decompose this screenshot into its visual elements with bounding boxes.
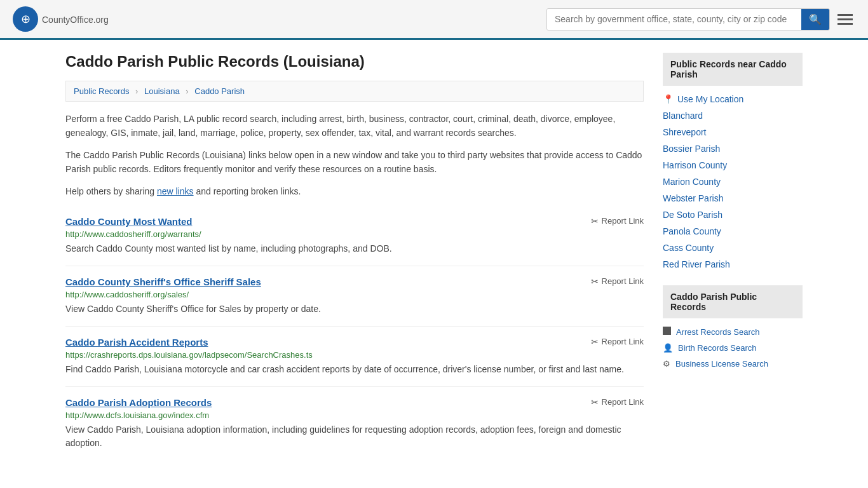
report-icon-3: ✂ bbox=[591, 397, 599, 407]
record-item-0: Caddo County Most Wanted ✂ Report Link h… bbox=[65, 206, 644, 266]
report-icon-2: ✂ bbox=[591, 337, 599, 347]
sidebar-business-license[interactable]: ⚙ Business License Search bbox=[663, 356, 803, 372]
menu-line-1 bbox=[837, 14, 853, 16]
report-label-0: Report Link bbox=[602, 216, 644, 226]
record-header-2: Caddo Parish Accident Reports ✂ Report L… bbox=[65, 337, 644, 348]
sidebar-item-harrison-county[interactable]: Harrison County bbox=[663, 157, 803, 173]
use-my-location[interactable]: 📍 Use My Location bbox=[663, 91, 803, 107]
record-item-1: Caddo County Sheriff's Office Sheriff Sa… bbox=[65, 266, 644, 327]
location-pin-icon: 📍 bbox=[663, 94, 674, 104]
breadcrumb-public-records[interactable]: Public Records bbox=[74, 86, 129, 96]
breadcrumb: Public Records › Louisiana › Caddo Paris… bbox=[65, 81, 644, 102]
header: ⊕ CountyOffice.org 🔍 bbox=[0, 0, 868, 40]
business-license-icon: ⚙ bbox=[663, 359, 670, 369]
sidebar: Public Records near Caddo Parish 📍 Use M… bbox=[663, 53, 803, 460]
logo-text: CountyOffice.org bbox=[42, 13, 109, 26]
sidebar-public-records-header: Caddo Parish Public Records bbox=[663, 285, 803, 318]
breadcrumb-louisiana[interactable]: Louisiana bbox=[144, 86, 180, 96]
record-title-0[interactable]: Caddo County Most Wanted bbox=[65, 216, 192, 227]
logo-suffix: .org bbox=[93, 15, 109, 25]
description-3: Help others by sharing new links and rep… bbox=[65, 184, 644, 198]
record-url-2[interactable]: https://crashreports.dps.louisiana.gov/l… bbox=[65, 350, 644, 360]
sidebar-item-red-river-parish[interactable]: Red River Parish bbox=[663, 256, 803, 273]
report-icon-1: ✂ bbox=[591, 276, 599, 287]
record-desc-3: View Caddo Parish, Louisiana adoption in… bbox=[65, 423, 644, 450]
record-desc-1: View Caddo County Sheriff's Office for S… bbox=[65, 302, 644, 316]
sidebar-arrest-records[interactable]: Arrest Records Search bbox=[663, 323, 803, 340]
desc3-prefix: Help others by sharing bbox=[65, 186, 157, 196]
record-title-3[interactable]: Caddo Parish Adoption Records bbox=[65, 397, 212, 408]
new-links-link[interactable]: new links bbox=[157, 186, 194, 196]
business-license-label: Business License Search bbox=[675, 359, 768, 369]
record-header-0: Caddo County Most Wanted ✂ Report Link bbox=[65, 216, 644, 227]
report-link-1[interactable]: ✂ Report Link bbox=[591, 276, 644, 287]
sidebar-nearby-section: Public Records near Caddo Parish 📍 Use M… bbox=[663, 53, 803, 273]
record-url-3[interactable]: http://www.dcfs.louisiana.gov/index.cfm bbox=[65, 410, 644, 420]
record-desc-2: Find Caddo Parish, Louisiana motorcycle … bbox=[65, 363, 644, 376]
sidebar-item-de-soto-parish[interactable]: De Soto Parish bbox=[663, 207, 803, 223]
search-button[interactable]: 🔍 bbox=[801, 9, 829, 30]
sidebar-birth-records[interactable]: 👤 Birth Records Search bbox=[663, 340, 803, 356]
arrest-icon-square bbox=[663, 327, 671, 335]
content-area: Caddo Parish Public Records (Louisiana) … bbox=[65, 53, 644, 460]
description-1: Perform a free Caddo Parish, LA public r… bbox=[65, 112, 644, 140]
menu-button[interactable] bbox=[835, 11, 855, 27]
menu-line-3 bbox=[837, 23, 853, 25]
breadcrumb-sep-2: › bbox=[186, 86, 188, 96]
sidebar-item-cass-county[interactable]: Cass County bbox=[663, 240, 803, 256]
breadcrumb-caddo-parish[interactable]: Caddo Parish bbox=[194, 86, 245, 96]
record-title-1[interactable]: Caddo County Sheriff's Office Sheriff Sa… bbox=[65, 276, 261, 287]
sidebar-item-marion-county[interactable]: Marion County bbox=[663, 173, 803, 190]
search-bar: 🔍 bbox=[546, 8, 830, 30]
logo-name: CountyOffice bbox=[42, 15, 93, 25]
record-header-1: Caddo County Sheriff's Office Sheriff Sa… bbox=[65, 276, 644, 287]
report-link-3[interactable]: ✂ Report Link bbox=[591, 397, 644, 407]
use-my-location-label: Use My Location bbox=[677, 94, 743, 104]
report-link-0[interactable]: ✂ Report Link bbox=[591, 216, 644, 226]
record-header-3: Caddo Parish Adoption Records ✂ Report L… bbox=[65, 397, 644, 408]
report-label-2: Report Link bbox=[602, 337, 644, 346]
search-input[interactable] bbox=[547, 9, 801, 30]
report-link-2[interactable]: ✂ Report Link bbox=[591, 337, 644, 347]
sidebar-item-panola-county[interactable]: Panola County bbox=[663, 223, 803, 240]
record-desc-0: Search Caddo County most wanted list by … bbox=[65, 242, 644, 255]
description-2: The Caddo Parish Public Records (Louisia… bbox=[65, 148, 644, 177]
search-area: 🔍 bbox=[546, 8, 855, 30]
record-url-0[interactable]: http://www.caddosheriff.org/warrants/ bbox=[65, 229, 644, 239]
birth-records-label: Birth Records Search bbox=[678, 343, 757, 353]
arrest-records-label: Arrest Records Search bbox=[676, 327, 760, 337]
report-label-3: Report Link bbox=[602, 397, 644, 407]
birth-records-icon: 👤 bbox=[663, 343, 673, 353]
sidebar-nearby-header: Public Records near Caddo Parish bbox=[663, 53, 803, 86]
sidebar-item-blanchard[interactable]: Blanchard bbox=[663, 107, 803, 124]
report-icon-0: ✂ bbox=[591, 216, 599, 226]
breadcrumb-sep-1: › bbox=[135, 86, 138, 96]
logo-area: ⊕ CountyOffice.org bbox=[13, 6, 109, 32]
record-item-2: Caddo Parish Accident Reports ✂ Report L… bbox=[65, 327, 644, 387]
record-url-1[interactable]: http://www.caddosheriff.org/sales/ bbox=[65, 290, 644, 299]
sidebar-item-bossier-parish[interactable]: Bossier Parish bbox=[663, 140, 803, 157]
record-item-3: Caddo Parish Adoption Records ✂ Report L… bbox=[65, 387, 644, 460]
main-container: Caddo Parish Public Records (Louisiana) … bbox=[53, 40, 815, 473]
desc3-suffix: and reporting broken links. bbox=[194, 186, 301, 196]
menu-line-2 bbox=[837, 18, 853, 20]
sidebar-item-shreveport[interactable]: Shreveport bbox=[663, 124, 803, 140]
page-title: Caddo Parish Public Records (Louisiana) bbox=[65, 53, 644, 71]
logo-icon: ⊕ bbox=[13, 6, 38, 32]
arrest-records-icon bbox=[663, 327, 671, 337]
report-label-1: Report Link bbox=[602, 276, 644, 286]
record-title-2[interactable]: Caddo Parish Accident Reports bbox=[65, 337, 208, 348]
sidebar-item-webster-parish[interactable]: Webster Parish bbox=[663, 190, 803, 207]
sidebar-public-records-section: Caddo Parish Public Records Arrest Recor… bbox=[663, 285, 803, 372]
